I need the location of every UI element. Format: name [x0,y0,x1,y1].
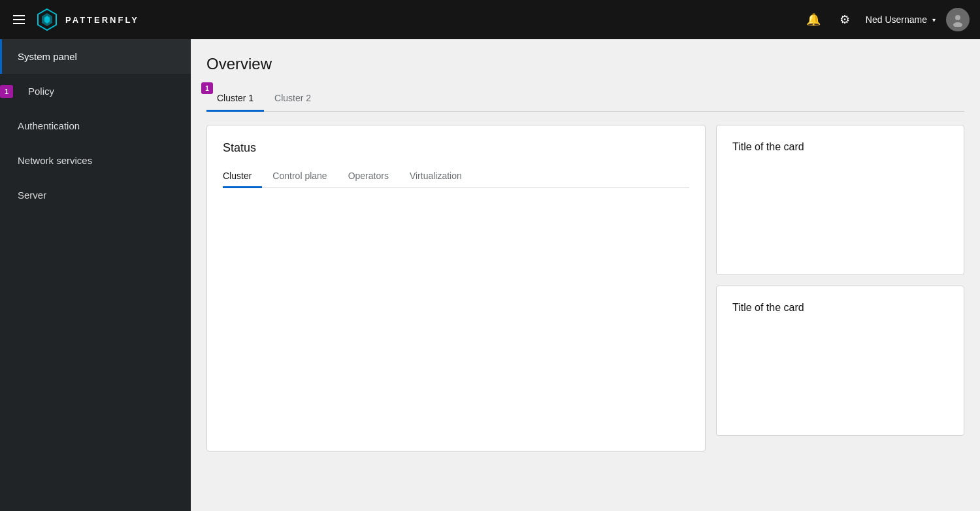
header: PATTERNFLY 🔔 ⚙ Ned Username ▾ [0,0,980,39]
svg-point-4 [953,22,962,27]
sidebar-item-label: Server [18,190,46,201]
info-card-1: Title of the card [716,125,964,275]
sidebar-item-label: Policy [28,86,54,97]
cluster-tabs: 1 Cluster 1 Cluster 2 [206,86,964,112]
main-content: Overview 1 Cluster 1 Cluster 2 Status Cl… [191,39,980,511]
brand-name: PATTERNFLY [65,15,139,25]
svg-point-3 [955,15,960,20]
page-title: Overview [206,55,964,73]
cluster-1-badge: 1 [201,82,213,94]
patternfly-logo-icon [35,8,59,31]
username-label: Ned Username [866,14,927,25]
tab-cluster[interactable]: Cluster [223,165,262,188]
sidebar-item-network-services[interactable]: Network services [0,143,191,178]
right-cards: Title of the card Title of the card [716,125,964,452]
app-layout: System panel 1 Policy Authentication Net… [0,39,980,511]
sidebar-item-label: Authentication [18,120,80,131]
settings-icon[interactable]: ⚙ [834,9,855,30]
user-dropdown[interactable]: Ned Username ▾ [866,14,936,25]
notification-icon[interactable]: 🔔 [803,9,824,30]
avatar[interactable] [946,8,970,31]
card-1-title: Title of the card [732,141,948,153]
hamburger-menu-icon[interactable] [10,12,27,27]
card-2-title: Title of the card [732,302,948,314]
sidebar-item-label: Network services [18,155,92,166]
logo-container: PATTERNFLY [35,8,139,31]
tab-virtualization[interactable]: Virtualization [399,165,472,188]
sidebar-item-server[interactable]: Server [0,178,191,212]
status-card: Status Cluster Control plane Operators V… [206,125,706,452]
sidebar-item-label: System panel [18,51,77,62]
sidebar-item-system-panel[interactable]: System panel [0,39,191,74]
status-card-title: Status [223,141,689,155]
chevron-down-icon: ▾ [932,16,936,24]
status-tabs: Cluster Control plane Operators Virtuali… [223,165,689,188]
tab-operators[interactable]: Operators [338,165,399,188]
info-card-2: Title of the card [716,286,964,436]
tab-control-plane[interactable]: Control plane [262,165,337,188]
sidebar: System panel 1 Policy Authentication Net… [0,39,191,511]
header-right: 🔔 ⚙ Ned Username ▾ [803,8,970,31]
tab-cluster-2[interactable]: Cluster 2 [264,86,321,112]
tab-cluster-1[interactable]: 1 Cluster 1 [206,86,264,112]
sidebar-item-authentication[interactable]: Authentication [0,108,191,143]
policy-badge: 1 [0,85,13,98]
sidebar-item-policy[interactable]: 1 Policy [0,74,191,108]
content-grid: Status Cluster Control plane Operators V… [206,125,964,452]
header-left: PATTERNFLY [10,8,803,31]
